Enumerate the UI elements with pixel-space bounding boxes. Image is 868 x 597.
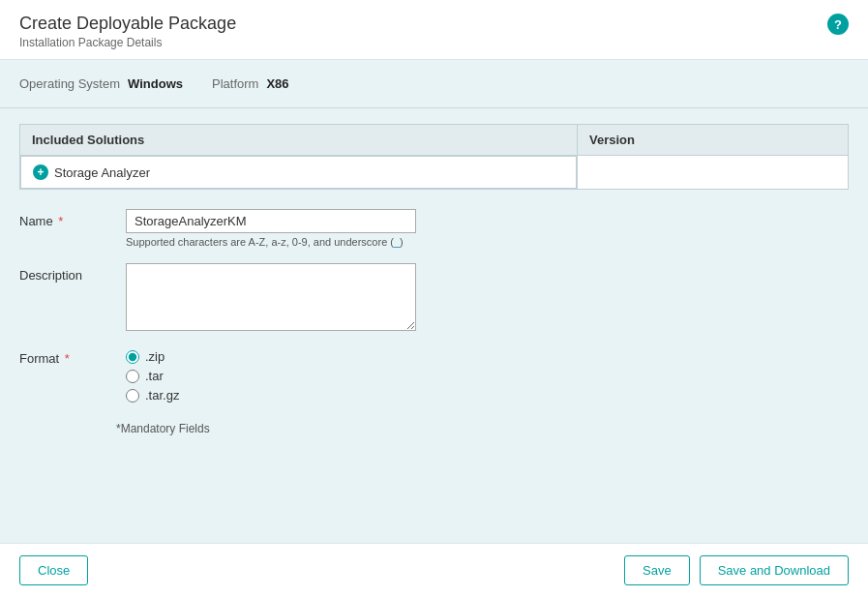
name-input[interactable]	[126, 209, 416, 233]
name-input-wrapper: Supported characters are A-Z, a-z, 0-9, …	[126, 209, 416, 248]
footer-left: Close	[19, 555, 88, 585]
format-tar-item[interactable]: .tar	[126, 369, 179, 383]
description-textarea[interactable]	[126, 263, 416, 331]
help-icon[interactable]: ?	[827, 14, 849, 35]
os-info-item: Operating System Windows	[19, 76, 183, 91]
format-targz-radio[interactable]	[126, 389, 139, 403]
format-tar-label: .tar	[145, 369, 164, 383]
description-row: Description	[19, 263, 849, 331]
mandatory-note: *Mandatory Fields	[19, 422, 849, 435]
platform-value: X86	[266, 76, 288, 91]
solutions-table: Included Solutions Version + Storage Ana…	[19, 124, 849, 190]
col-included-solutions: Included Solutions	[20, 125, 578, 156]
solution-name: Storage Analyzer	[54, 165, 150, 180]
add-icon[interactable]: +	[33, 164, 48, 180]
col-version: Version	[577, 125, 848, 156]
format-row: Format * .zip .tar .tar.gz	[19, 346, 849, 403]
name-required-marker: *	[55, 214, 64, 228]
format-targz-label: .tar.gz	[145, 388, 179, 403]
os-label: Operating System	[19, 76, 120, 91]
page-wrapper: Create Deployable Package Installation P…	[0, 0, 868, 597]
info-bar: Operating System Windows Platform X86	[0, 60, 868, 108]
underscore-link[interactable]: _	[394, 236, 400, 248]
content-panel: Included Solutions Version + Storage Ana…	[0, 108, 868, 543]
name-row: Name * Supported characters are A-Z, a-z…	[19, 209, 849, 248]
save-button[interactable]: Save	[624, 555, 690, 585]
page-title: Create Deployable Package	[19, 14, 849, 34]
format-targz-item[interactable]: .tar.gz	[126, 388, 179, 403]
format-zip-item[interactable]: .zip	[126, 349, 179, 364]
footer: Close Save Save and Download	[0, 543, 868, 597]
name-label: Name *	[19, 209, 116, 228]
solution-version-cell	[577, 156, 848, 190]
format-required-marker: *	[61, 351, 70, 366]
platform-label: Platform	[212, 76, 258, 91]
description-label: Description	[19, 263, 116, 283]
main-content: Operating System Windows Platform X86 In…	[0, 60, 868, 543]
footer-right: Save Save and Download	[624, 555, 849, 585]
os-value: Windows	[128, 76, 183, 91]
format-zip-label: .zip	[145, 349, 165, 364]
format-zip-radio[interactable]	[126, 350, 139, 364]
page-header: Create Deployable Package Installation P…	[0, 0, 868, 60]
format-label: Format *	[19, 346, 116, 366]
format-radio-group: .zip .tar .tar.gz	[126, 346, 179, 403]
format-tar-radio[interactable]	[126, 370, 139, 383]
platform-info-item: Platform X86	[212, 76, 289, 91]
page-subtitle: Installation Package Details	[19, 36, 849, 49]
close-button[interactable]: Close	[19, 555, 88, 585]
name-hint: Supported characters are A-Z, a-z, 0-9, …	[126, 236, 416, 248]
table-row: + Storage Analyzer	[20, 156, 849, 190]
form-section: Name * Supported characters are A-Z, a-z…	[19, 209, 849, 435]
save-download-button[interactable]: Save and Download	[700, 555, 849, 585]
solution-name-cell: + Storage Analyzer	[20, 156, 577, 189]
